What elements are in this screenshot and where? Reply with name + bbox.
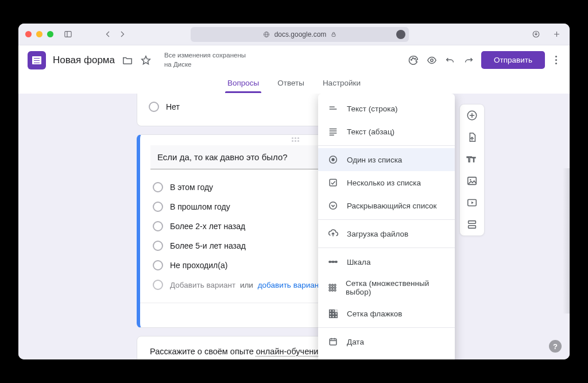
add-option-link[interactable]: Добавить вариант <box>170 281 235 289</box>
qtype-scale[interactable]: Шкала <box>318 250 455 273</box>
clock-icon <box>327 359 339 359</box>
move-to-folder-icon[interactable] <box>122 55 133 66</box>
svg-marker-10 <box>142 56 150 64</box>
calendar-icon <box>327 336 339 347</box>
globe-icon <box>263 31 270 38</box>
radio-icon <box>153 221 163 231</box>
forms-logo[interactable] <box>28 51 46 69</box>
send-button[interactable]: Отправить <box>481 51 545 69</box>
svg-point-52 <box>332 289 334 291</box>
radio-icon <box>149 102 159 112</box>
help-button[interactable]: ? <box>549 340 562 353</box>
checkbox-icon <box>327 177 339 188</box>
app-header: Новая форма Все изменения сохранены на Д… <box>18 45 570 75</box>
add-image-button-sidebar[interactable] <box>466 175 478 187</box>
svg-rect-55 <box>332 310 335 312</box>
svg-rect-38 <box>330 179 336 186</box>
lock-icon <box>331 32 336 37</box>
svg-point-12 <box>412 57 413 59</box>
browser-chrome: docs.google.com <box>18 24 570 45</box>
qtype-grid-radio[interactable]: Сетка (множественный выбор) <box>318 273 455 302</box>
add-video-button[interactable] <box>466 196 478 209</box>
svg-point-37 <box>331 158 334 161</box>
qtype-checkbox[interactable]: Несколько из списка <box>318 171 455 194</box>
form-tabs: Вопросы Ответы Настройки <box>18 75 570 94</box>
menu-separator <box>318 247 455 248</box>
side-toolbar: TT <box>459 104 485 236</box>
redo-icon[interactable] <box>463 55 474 66</box>
more-menu-button[interactable] <box>552 52 560 68</box>
menu-separator <box>318 219 455 220</box>
paragraph-icon <box>327 126 339 137</box>
close-window-button[interactable] <box>25 31 32 37</box>
svg-rect-28 <box>469 221 476 224</box>
svg-point-53 <box>334 289 336 291</box>
svg-point-51 <box>329 289 331 291</box>
add-question-button[interactable] <box>466 109 478 122</box>
svg-point-49 <box>332 287 334 289</box>
menu-separator <box>318 145 455 146</box>
downloads-icon[interactable] <box>529 28 542 41</box>
svg-point-47 <box>334 284 336 286</box>
qtype-radio[interactable]: Один из списка <box>318 148 455 171</box>
svg-rect-54 <box>330 310 332 312</box>
qtype-paragraph[interactable]: Текст (абзац) <box>318 120 455 143</box>
tab-responses[interactable]: Ответы <box>276 75 305 93</box>
radio-icon <box>153 241 163 251</box>
import-questions-button[interactable] <box>466 131 478 144</box>
question-type-menu: Текст (строка) Текст (абзац) Один из спи… <box>318 94 455 359</box>
qtype-file-upload[interactable]: Загрузка файлов <box>318 222 455 245</box>
sidebar-toggle-icon[interactable] <box>61 28 74 41</box>
tab-settings[interactable]: Настройки <box>322 75 362 93</box>
nav-forward-button[interactable] <box>115 28 128 41</box>
svg-rect-57 <box>330 313 332 315</box>
nav-back-button[interactable] <box>102 28 114 41</box>
qtype-grid-checkbox[interactable]: Сетка флажков <box>318 302 455 325</box>
privacy-report-icon[interactable] <box>396 30 405 39</box>
radio-icon <box>153 202 163 212</box>
radio-icon <box>153 260 163 270</box>
svg-point-39 <box>330 202 337 210</box>
svg-text:T: T <box>467 155 472 164</box>
svg-point-50 <box>334 287 336 289</box>
url-text: docs.google.com <box>274 30 327 38</box>
scrollbar[interactable] <box>563 168 570 314</box>
svg-rect-56 <box>335 310 338 312</box>
window-controls <box>25 31 53 37</box>
menu-separator <box>318 327 455 328</box>
svg-point-14 <box>431 59 433 61</box>
qtype-dropdown[interactable]: Раскрывающийся список <box>318 194 455 217</box>
radio-icon <box>153 280 163 290</box>
new-tab-icon[interactable] <box>550 28 563 41</box>
svg-rect-5 <box>332 34 335 36</box>
form-canvas: Нет <box>18 94 570 359</box>
svg-rect-59 <box>335 313 338 315</box>
grid-radio-icon <box>327 282 338 293</box>
upload-icon <box>327 228 339 239</box>
address-bar[interactable]: docs.google.com <box>191 27 409 42</box>
radio-icon <box>153 182 163 192</box>
qtype-time[interactable]: Время <box>318 353 455 359</box>
document-title[interactable]: Новая форма <box>53 55 115 66</box>
add-title-button[interactable]: TT <box>466 153 478 165</box>
customize-theme-icon[interactable] <box>408 55 419 66</box>
svg-text:T: T <box>472 157 475 163</box>
preview-icon[interactable] <box>426 55 438 66</box>
undo-icon[interactable] <box>444 55 456 66</box>
svg-point-45 <box>329 284 331 286</box>
svg-point-25 <box>470 179 471 180</box>
maximize-window-button[interactable] <box>47 31 53 37</box>
option-label: Нет <box>166 102 180 111</box>
minimize-window-button[interactable] <box>36 31 42 37</box>
qtype-short-text[interactable]: Текст (строка) <box>318 97 455 120</box>
svg-rect-63 <box>330 339 336 345</box>
svg-rect-62 <box>335 316 338 318</box>
short-text-icon <box>327 103 339 114</box>
save-status: Все изменения сохранены на Диске <box>164 51 246 69</box>
qtype-date[interactable]: Дата <box>318 330 455 353</box>
tab-questions[interactable]: Вопросы <box>226 75 260 93</box>
star-icon[interactable] <box>140 55 152 66</box>
add-section-button[interactable] <box>466 218 478 231</box>
svg-rect-0 <box>64 32 71 37</box>
svg-rect-60 <box>330 316 332 318</box>
